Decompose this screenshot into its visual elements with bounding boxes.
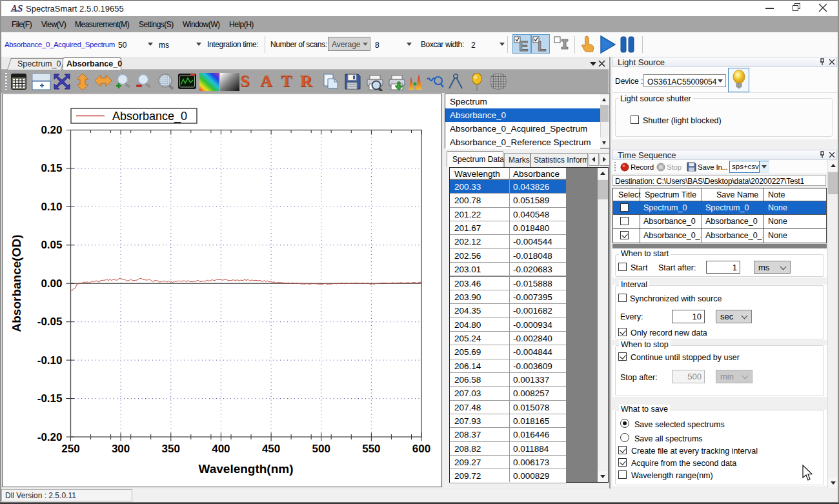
svg-text:300: 300 [112,443,130,455]
svg-text:-0.10: -0.10 [37,354,63,367]
svg-text:Absorbance(OD): Absorbance(OD) [10,235,23,332]
svg-text:400: 400 [212,443,230,455]
svg-text:AS: AS [10,3,23,14]
svg-text:500: 500 [312,443,330,455]
svg-text:L: L [538,38,546,52]
svg-text:-0.20: -0.20 [37,431,63,443]
svg-text:450: 450 [262,443,280,455]
svg-text:Wavelength(nm): Wavelength(nm) [198,462,293,476]
svg-text:-0.15: -0.15 [37,392,63,405]
svg-text:0.00: 0.00 [41,277,62,290]
svg-text:250: 250 [61,443,79,455]
svg-text:Absorbance_0: Absorbance_0 [112,110,187,123]
svg-text:E: E [519,38,529,52]
svg-text:600: 600 [412,443,430,455]
svg-text:-0.05: -0.05 [37,316,63,328]
svg-text:0.05: 0.05 [41,239,62,251]
svg-text:0.20: 0.20 [41,124,62,136]
svg-text:0.15: 0.15 [41,162,62,174]
svg-text:0.10: 0.10 [41,201,62,213]
svg-text:550: 550 [362,443,380,455]
svg-text:350: 350 [162,443,180,455]
